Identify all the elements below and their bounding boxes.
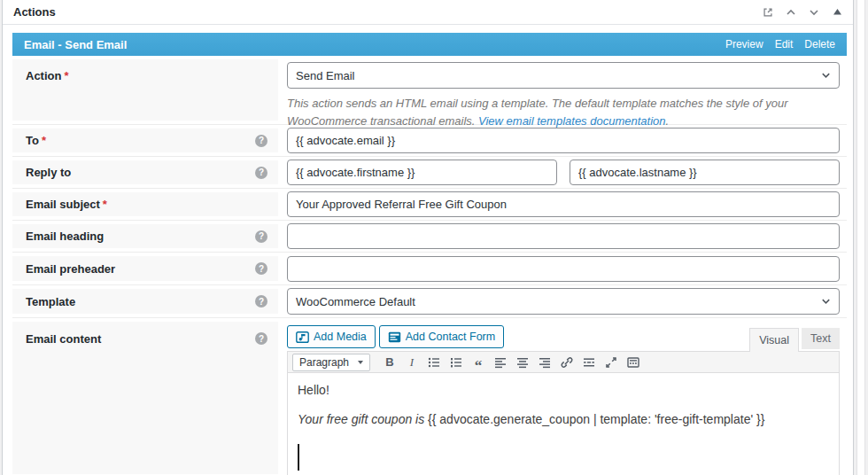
move-up-button[interactable]	[784, 5, 798, 19]
help-icon[interactable]: ?	[255, 230, 267, 243]
edit-link[interactable]: Edit	[775, 38, 794, 51]
field-label-to: To* ?	[12, 128, 278, 152]
media-icon	[296, 331, 309, 343]
add-contact-form-button[interactable]: Add Contact Form	[379, 325, 504, 348]
field-label-email-subject: Email subject*	[12, 192, 278, 216]
delete-link[interactable]: Delete	[804, 38, 835, 51]
field-row-email-preheader: Email preheader ?	[12, 253, 847, 285]
bulleted-list-button[interactable]	[423, 354, 445, 371]
bold-button[interactable]: B	[379, 354, 400, 371]
reply-to-email-input[interactable]	[570, 160, 840, 185]
field-row-email-subject: Email subject*	[12, 189, 847, 221]
text-cursor	[298, 444, 299, 471]
italic-button[interactable]: I	[401, 354, 422, 371]
email-subject-input[interactable]	[287, 191, 840, 217]
toolbar-toggle-button[interactable]	[623, 354, 644, 371]
help-icon[interactable]: ?	[255, 262, 267, 275]
caret-down-icon	[358, 361, 363, 364]
field-row-reply-to: Reply to ?	[12, 157, 847, 189]
actions-metabox: Actions Email - Send Email	[2, 0, 854, 475]
help-icon[interactable]: ?	[255, 332, 267, 345]
help-icon[interactable]: ?	[255, 295, 267, 308]
metabox-title: Actions	[13, 5, 56, 19]
align-left-button[interactable]	[490, 354, 511, 371]
reply-to-name-input[interactable]	[287, 160, 557, 185]
metabox-header: Actions	[3, 0, 853, 25]
contact-form-icon	[388, 331, 401, 343]
template-select-control[interactable]: WooCommerce Default	[287, 288, 840, 315]
action-select-control[interactable]: Send Email	[287, 62, 840, 89]
editor-content-area[interactable]: Hello! Your free gift coupon is {{ advoc…	[288, 373, 839, 475]
field-label-email-heading: Email heading ?	[12, 224, 278, 248]
action-select[interactable]: Send Email	[287, 62, 840, 89]
email-heading-input[interactable]	[287, 223, 840, 249]
popout-icon[interactable]	[761, 5, 775, 19]
email-body-line: Hello!	[298, 381, 829, 400]
tab-visual[interactable]: Visual	[749, 328, 799, 352]
paragraph-format-select[interactable]: Paragraph	[292, 354, 370, 371]
field-label-reply-to: Reply to ?	[12, 160, 278, 184]
editor-toolbar: Paragraph B I	[288, 352, 839, 373]
field-label-email-content: Email content ?	[12, 322, 278, 474]
field-row-email-heading: Email heading ?	[12, 221, 847, 253]
field-row-email-content: Email content ?	[12, 318, 847, 474]
to-input[interactable]	[287, 128, 840, 153]
field-row-action: Action* Send Email This action sends an …	[12, 56, 847, 125]
editor-mode-tabs: Visual Text	[749, 328, 840, 348]
tab-text[interactable]: Text	[802, 328, 840, 349]
required-asterisk: *	[103, 198, 107, 211]
email-body-line: Your free gift coupon is {{ advocate.gen…	[298, 410, 829, 429]
metabox-controls	[761, 5, 844, 19]
action-panel-header: Email - Send Email Preview Edit Delete	[12, 33, 847, 56]
align-right-button[interactable]	[534, 354, 555, 371]
numbered-list-button[interactable]	[446, 354, 467, 371]
field-label-template: Template ?	[12, 289, 278, 314]
required-asterisk: *	[42, 134, 46, 147]
action-panel-links: Preview Edit Delete	[725, 38, 835, 51]
email-content-editor: Paragraph B I	[287, 351, 840, 475]
add-media-button[interactable]: Add Media	[287, 325, 376, 348]
align-center-button[interactable]	[512, 354, 533, 371]
blockquote-button[interactable]: “	[468, 354, 489, 371]
link-button[interactable]	[556, 354, 577, 371]
field-label-action: Action*	[12, 59, 278, 121]
required-asterisk: *	[64, 69, 68, 82]
field-label-email-preheader: Email preheader ?	[12, 256, 278, 281]
action-panel-title: Email - Send Email	[24, 38, 127, 51]
collapse-toggle-icon[interactable]	[830, 5, 844, 19]
page-scrollbar[interactable]	[856, 0, 865, 475]
field-row-template: Template ? WooCommerce Default	[12, 285, 847, 318]
preview-link[interactable]: Preview	[725, 38, 763, 51]
field-row-to: To* ?	[12, 125, 847, 157]
template-select[interactable]: WooCommerce Default	[287, 288, 840, 315]
email-preheader-input[interactable]	[287, 256, 840, 282]
read-more-button[interactable]	[578, 354, 600, 371]
help-icon[interactable]: ?	[255, 135, 267, 147]
move-down-button[interactable]	[807, 5, 821, 19]
fullscreen-button[interactable]	[601, 354, 622, 371]
help-icon[interactable]: ?	[255, 167, 267, 179]
